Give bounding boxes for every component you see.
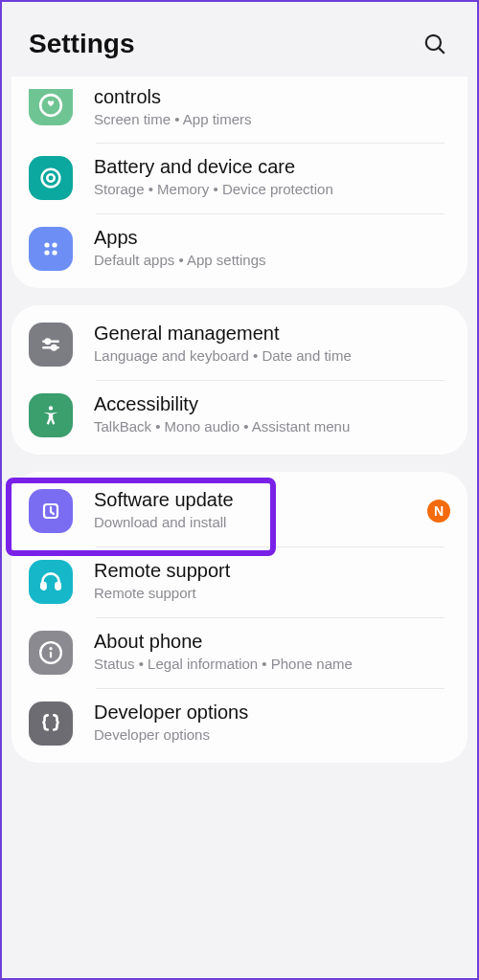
svg-point-0 bbox=[426, 35, 441, 50]
settings-row-software-update[interactable]: Software update Download and install N bbox=[11, 476, 468, 546]
row-title: Developer options bbox=[94, 702, 450, 724]
row-texts: Accessibility TalkBack • Mono audio • As… bbox=[94, 393, 450, 436]
row-title: General management bbox=[94, 323, 450, 345]
row-subtitle: Default apps • App settings bbox=[94, 251, 450, 270]
row-texts: General management Language and keyboard… bbox=[94, 323, 450, 366]
heart-circle-icon bbox=[29, 89, 73, 125]
apps-grid-icon bbox=[29, 227, 73, 271]
row-title: Remote support bbox=[94, 560, 450, 582]
search-icon bbox=[422, 32, 447, 56]
row-texts: Software update Download and install bbox=[94, 489, 420, 532]
row-subtitle: Language and keyboard • Date and time bbox=[94, 346, 450, 366]
row-subtitle: TalkBack • Mono audio • Assistant menu bbox=[94, 417, 450, 436]
svg-point-12 bbox=[52, 345, 56, 349]
row-title: controls bbox=[94, 86, 450, 108]
settings-row-apps[interactable]: Apps Default apps • App settings bbox=[11, 213, 468, 284]
headset-icon bbox=[29, 560, 73, 604]
sliders-icon bbox=[29, 323, 73, 367]
settings-row-developer-options[interactable]: Developer options Developer options bbox=[11, 688, 468, 759]
row-texts: controls Screen time • App timers bbox=[94, 86, 450, 129]
row-texts: Battery and device care Storage • Memory… bbox=[94, 156, 450, 199]
svg-rect-15 bbox=[41, 583, 45, 590]
settings-row-general[interactable]: General management Language and keyboard… bbox=[11, 309, 468, 380]
row-texts: Developer options Developer options bbox=[94, 702, 450, 745]
row-title: Battery and device care bbox=[94, 156, 450, 178]
svg-rect-16 bbox=[56, 583, 59, 590]
svg-point-6 bbox=[52, 242, 57, 247]
row-subtitle: Download and install bbox=[94, 513, 420, 532]
row-texts: Remote support Remote support bbox=[94, 560, 450, 603]
row-title: About phone bbox=[94, 631, 450, 653]
notification-badge: N bbox=[427, 500, 450, 523]
svg-line-1 bbox=[439, 48, 445, 54]
svg-point-10 bbox=[46, 339, 50, 343]
settings-row-accessibility[interactable]: Accessibility TalkBack • Mono audio • As… bbox=[11, 380, 468, 451]
update-icon bbox=[29, 489, 73, 533]
row-subtitle: Developer options bbox=[94, 725, 450, 745]
row-texts: About phone Status • Legal information •… bbox=[94, 631, 450, 674]
settings-row-battery[interactable]: Battery and device care Storage • Memory… bbox=[11, 143, 468, 213]
search-button[interactable] bbox=[420, 29, 450, 59]
svg-point-13 bbox=[49, 406, 53, 410]
row-subtitle: Remote support bbox=[94, 584, 450, 603]
svg-point-8 bbox=[52, 250, 57, 255]
row-title: Accessibility bbox=[94, 393, 450, 415]
settings-group: controls Screen time • App timers Batter… bbox=[11, 77, 468, 288]
page-title: Settings bbox=[29, 29, 134, 59]
braces-icon bbox=[29, 702, 73, 746]
settings-group: Software update Download and install N R… bbox=[11, 472, 468, 763]
svg-point-7 bbox=[44, 250, 49, 255]
row-title: Software update bbox=[94, 489, 420, 511]
svg-rect-19 bbox=[50, 651, 52, 657]
battery-care-icon bbox=[29, 156, 73, 200]
accessibility-icon bbox=[29, 393, 73, 437]
row-subtitle: Status • Legal information • Phone name bbox=[94, 655, 450, 674]
svg-point-5 bbox=[44, 242, 49, 247]
settings-row-controls[interactable]: controls Screen time • App timers bbox=[11, 80, 468, 143]
row-subtitle: Storage • Memory • Device protection bbox=[94, 180, 450, 199]
info-icon bbox=[29, 631, 73, 675]
svg-point-3 bbox=[42, 168, 60, 187]
header: Settings bbox=[2, 2, 477, 77]
row-texts: Apps Default apps • App settings bbox=[94, 227, 450, 270]
settings-row-remote-support[interactable]: Remote support Remote support bbox=[11, 546, 468, 617]
svg-point-18 bbox=[49, 647, 52, 650]
settings-row-about-phone[interactable]: About phone Status • Legal information •… bbox=[11, 617, 468, 688]
row-title: Apps bbox=[94, 227, 450, 249]
settings-group: General management Language and keyboard… bbox=[11, 305, 468, 455]
row-subtitle: Screen time • App timers bbox=[94, 110, 450, 129]
svg-point-4 bbox=[47, 174, 54, 181]
